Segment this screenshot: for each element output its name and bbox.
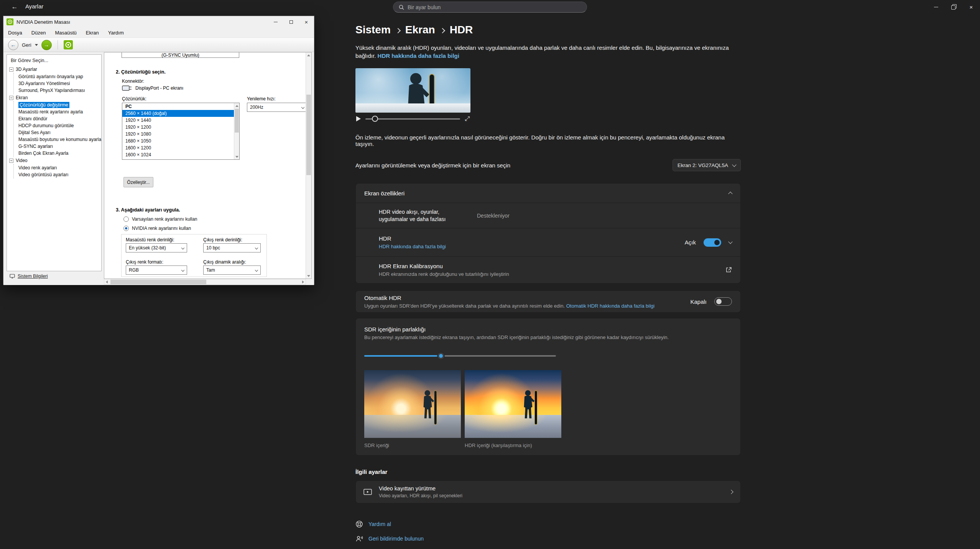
scroll-down-icon[interactable] — [306, 273, 311, 279]
resolution-option[interactable]: 1680 × 1050 — [122, 138, 234, 144]
tree-collapse-icon[interactable] — [9, 96, 13, 100]
tree-item[interactable]: Masaüstü boyutunu ve konumunu ayarla — [14, 136, 101, 143]
auto-hdr-toggle[interactable] — [714, 297, 732, 306]
resolution-option[interactable]: 1920 × 1440 — [122, 117, 234, 124]
customize-button[interactable]: Özelleştir... — [123, 177, 153, 187]
capabilities-header[interactable]: Ekran özellikleri — [355, 183, 741, 203]
tree-group-3d[interactable]: 3D Ayarlar — [7, 66, 101, 73]
seek-slider[interactable] — [365, 115, 460, 122]
get-help-link[interactable]: Yardım al — [368, 521, 391, 527]
hdr-info-link[interactable]: HDR hakkında daha fazla bilgi — [378, 52, 459, 59]
feedback-row[interactable]: Geri bildirimde bulunun — [355, 535, 741, 542]
hdr-caption: HDR içeriği (karşılaştırma için) — [465, 442, 561, 448]
menu-ekran[interactable]: Ekran — [86, 30, 99, 36]
radio-icon[interactable] — [123, 216, 129, 222]
tree-item[interactable]: Dijital Ses Ayarı — [14, 129, 101, 136]
resolution-listbox[interactable]: PC 2560 × 1440 (doğal) 1920 × 1440 1920 … — [122, 103, 240, 160]
hdr-calibration-row[interactable]: HDR Ekran Kalibrasyonu HDR ekranınızda r… — [355, 257, 741, 284]
tree-item[interactable]: Görüntü ayarlarını önayarla yap — [14, 73, 101, 80]
nvidia-close-button[interactable]: × — [299, 16, 314, 28]
chevron-down-icon[interactable] — [728, 239, 732, 244]
chevron-up-icon — [728, 192, 732, 196]
chevron-right-icon — [729, 490, 733, 494]
scroll-right-icon[interactable] — [302, 280, 304, 284]
menu-dosya[interactable]: Dosya — [8, 30, 22, 36]
chevron-down-icon — [732, 162, 736, 167]
back-icon[interactable]: ← — [7, 1, 22, 13]
search-input[interactable] — [408, 4, 581, 10]
output-depth-dropdown[interactable]: 10 bpc — [203, 243, 261, 252]
hdr-state-label: Açık — [685, 239, 696, 246]
scroll-up-icon[interactable] — [234, 103, 239, 108]
video-playback-card[interactable]: Video kayıttan yürütme Video ayarları, H… — [355, 480, 741, 503]
radio-default-colors[interactable]: Varsayılan renk ayarlarını kullan — [123, 216, 197, 222]
hdr-more-info-link[interactable]: HDR hakkında daha fazla bilgi — [379, 244, 446, 249]
content-vertical-scrollbar[interactable] — [306, 52, 311, 279]
slider-thumb[interactable] — [437, 352, 445, 360]
tree-collapse-icon[interactable] — [9, 159, 13, 163]
nvidia-maximize-button[interactable] — [283, 16, 299, 28]
nvidia-minimize-button[interactable] — [268, 16, 283, 28]
dynamic-range-dropdown[interactable]: Tam — [203, 265, 261, 275]
minimize-button[interactable] — [927, 0, 945, 14]
resolution-option[interactable]: 1920 × 1080 — [122, 131, 234, 138]
get-help-row[interactable]: Yardım al — [355, 520, 741, 528]
sdr-brightness-slider[interactable] — [364, 352, 556, 360]
system-info-link[interactable]: Sistem Bilgileri — [10, 274, 48, 279]
back-history-caret-icon[interactable] — [35, 44, 38, 46]
play-icon[interactable] — [356, 116, 361, 121]
scroll-down-icon[interactable] — [234, 154, 239, 159]
tree-item[interactable]: Video renk ayarları — [14, 164, 101, 171]
menu-masaustu[interactable]: Masaüstü — [55, 30, 76, 36]
tree-item[interactable]: Ekranı döndür — [14, 115, 101, 122]
display-select-dropdown[interactable]: Ekran 2: VG27AQL5A — [673, 159, 741, 171]
nvidia-titlebar[interactable]: NVIDIA Denetim Masası × — [3, 16, 314, 28]
desktop-depth-dropdown[interactable]: En yüksek (32-bit) — [126, 243, 187, 252]
seek-thumb[interactable] — [372, 116, 378, 122]
scrollbar-thumb[interactable] — [306, 95, 311, 175]
tree-item[interactable]: Video görüntüsü ayarları — [14, 171, 101, 178]
scrollbar-thumb[interactable] — [235, 109, 239, 133]
tree-group-display[interactable]: Ekran — [7, 94, 101, 101]
refresh-rate-dropdown[interactable]: 200Hz — [247, 103, 307, 112]
hdr-toggle[interactable] — [704, 238, 721, 247]
feedback-link[interactable]: Geri bildirimde bulunun — [368, 536, 424, 542]
menu-yardim[interactable]: Yardım — [108, 30, 124, 36]
tree-collapse-icon[interactable] — [9, 67, 13, 72]
tree-item[interactable]: G-SYNC ayarları — [14, 143, 101, 150]
resolution-option[interactable]: 1600 × 1024 — [122, 151, 234, 158]
desktop: ← Ayarlar × Sistem Ekran HDR Yüksek dina… — [0, 0, 980, 549]
scrollbar-thumb[interactable] — [110, 280, 206, 284]
fullscreen-icon[interactable]: ⤢ — [465, 116, 470, 122]
scroll-left-icon[interactable] — [106, 280, 108, 284]
listbox-scrollbar[interactable] — [234, 103, 239, 159]
tree-item[interactable]: 3D Ayarlarını Yönetilmesi — [14, 80, 101, 87]
tree-group-video[interactable]: Video — [7, 157, 101, 164]
resolution-option[interactable]: 2560 × 1440 (doğal) — [122, 110, 234, 117]
resolution-option[interactable]: 1920 × 1200 — [122, 124, 234, 131]
close-button[interactable]: × — [962, 0, 980, 14]
help-icon — [355, 520, 363, 528]
task-tree-panel: Bir Görev Seçin... 3D Ayarlar Görüntü ay… — [7, 54, 102, 271]
nvidia-logo-icon[interactable] — [64, 40, 73, 49]
tree-item-change-resolution[interactable]: Çözünürlüğü değiştirme — [14, 102, 101, 108]
tree-item[interactable]: Birden Çok Ekran Ayarla — [14, 150, 101, 157]
radio-nvidia-colors[interactable]: NVIDIA renk ayarlarını kullan — [123, 226, 191, 231]
forward-button[interactable]: → — [41, 40, 52, 50]
radio-selected-icon[interactable] — [123, 226, 129, 231]
settings-search[interactable] — [393, 2, 587, 13]
scroll-up-icon[interactable] — [306, 52, 311, 58]
tree-item[interactable]: HDCP durumunu görüntüle — [14, 122, 101, 129]
content-horizontal-scrollbar[interactable] — [104, 279, 306, 285]
resolution-option[interactable]: 1600 × 1200 — [122, 144, 234, 151]
tree-item[interactable]: Masaüstü renk ayarlarını ayarla — [14, 108, 101, 115]
output-format-dropdown[interactable]: RGB — [126, 265, 187, 275]
auto-hdr-info-link[interactable]: Otomatik HDR hakkında daha fazla bilgi — [566, 303, 655, 309]
breadcrumb-system[interactable]: Sistem — [355, 24, 391, 36]
back-label[interactable]: Geri — [22, 42, 31, 48]
back-button[interactable]: ← — [8, 40, 18, 50]
menu-duzen[interactable]: Düzen — [31, 30, 46, 36]
tree-item[interactable]: Surround, PhysX Yapılandırması — [14, 87, 101, 94]
maximize-button[interactable] — [945, 0, 962, 14]
breadcrumb-display[interactable]: Ekran — [405, 24, 435, 36]
